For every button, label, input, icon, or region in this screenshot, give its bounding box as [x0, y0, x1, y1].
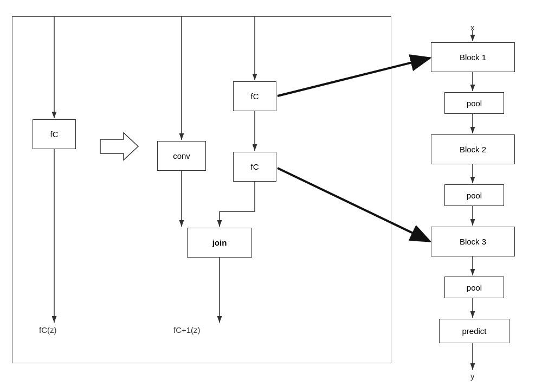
svg-marker-4 [100, 133, 138, 160]
svg-line-13 [278, 58, 430, 96]
diagram-container: fC fC(z) conv fC fC join fC+1(z) Block 1… [0, 0, 542, 392]
svg-line-14 [278, 168, 430, 241]
arrows-svg [0, 0, 542, 392]
